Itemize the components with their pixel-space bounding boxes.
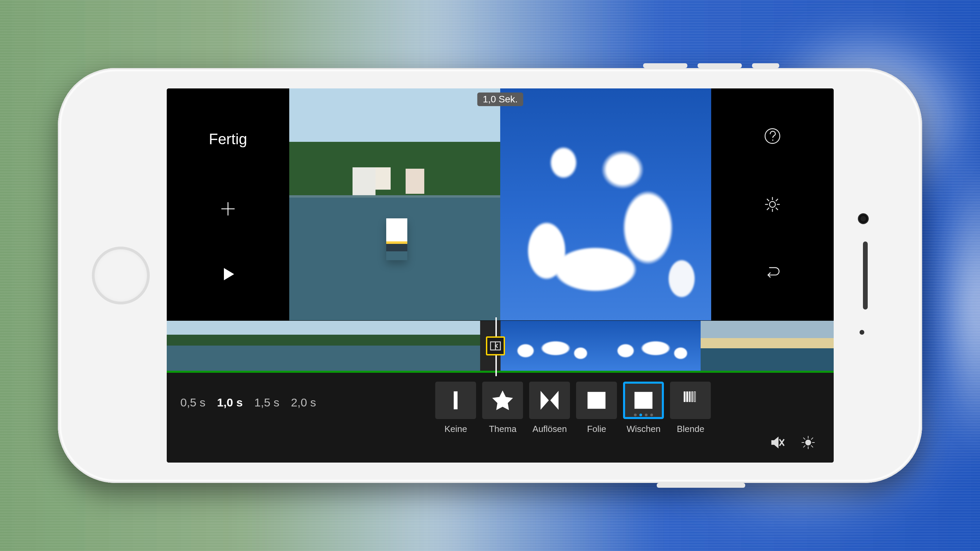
video-preview[interactable]: 1,0 Sek. xyxy=(289,89,711,321)
undo-icon xyxy=(764,264,781,282)
dissolve-icon xyxy=(539,389,560,411)
undo-button[interactable] xyxy=(762,263,783,283)
timeline-thumb[interactable] xyxy=(601,321,701,371)
timeline-thumb[interactable] xyxy=(167,321,274,371)
power-button xyxy=(657,483,745,488)
clip-tools xyxy=(769,434,817,451)
duration-option[interactable]: 0,5 s xyxy=(180,396,205,409)
transition-marker[interactable] xyxy=(486,337,505,356)
front-camera xyxy=(859,214,868,223)
timeline-thumb[interactable] xyxy=(380,321,480,371)
none-icon xyxy=(445,389,466,411)
page-dots xyxy=(634,414,653,416)
svg-point-1 xyxy=(772,140,773,141)
transition-label: Blende xyxy=(677,424,705,434)
timeline-thumb[interactable] xyxy=(701,321,834,371)
home-button xyxy=(92,246,150,305)
transition-controls: 0,5 s 1,0 s 1,5 s 2,0 s Keine Thema Aufl… xyxy=(167,373,834,462)
left-toolbar: Fertig xyxy=(167,89,289,321)
duration-option[interactable]: 1,5 s xyxy=(254,396,279,409)
duration-option-selected[interactable]: 1,0 s xyxy=(217,396,243,409)
play-button[interactable] xyxy=(218,264,238,284)
mute-icon xyxy=(770,435,785,450)
svg-rect-10 xyxy=(692,392,693,402)
duration-options: 0,5 s 1,0 s 1,5 s 2,0 s xyxy=(180,396,316,409)
transition-label: Thema xyxy=(489,424,517,434)
duration-option[interactable]: 2,0 s xyxy=(291,396,316,409)
transition-label: Keine xyxy=(444,424,467,434)
volume-up-button xyxy=(643,63,687,68)
preview-clip-b xyxy=(500,89,711,321)
volume-down-button xyxy=(698,63,742,68)
plus-icon xyxy=(219,200,237,218)
transition-duration-pill: 1,0 Sek. xyxy=(477,92,523,106)
svg-rect-11 xyxy=(694,392,695,402)
help-icon xyxy=(764,127,781,145)
transition-theme[interactable]: Thema xyxy=(482,382,523,434)
transition-marker-icon xyxy=(490,340,501,352)
svg-rect-9 xyxy=(689,392,690,402)
wipe-icon xyxy=(633,389,654,411)
mute-switch xyxy=(752,63,779,68)
right-toolbar xyxy=(711,89,834,321)
preview-area: Fertig 1,0 Sek. xyxy=(167,89,834,321)
transition-label: Wischen xyxy=(627,424,661,434)
svg-rect-4 xyxy=(454,392,458,409)
svg-point-2 xyxy=(769,202,775,207)
gear-icon xyxy=(764,195,781,213)
earpiece xyxy=(863,241,868,310)
app-screen: Fertig 1,0 Sek. xyxy=(167,89,834,462)
transition-slide[interactable]: Folie xyxy=(576,382,617,434)
slide-icon xyxy=(585,389,608,411)
transition-label: Auflösen xyxy=(533,424,567,434)
transition-wipe[interactable]: Wischen xyxy=(623,382,664,434)
svg-rect-8 xyxy=(687,392,688,402)
done-button[interactable]: Fertig xyxy=(207,124,249,154)
svg-rect-7 xyxy=(684,392,685,402)
star-icon xyxy=(492,389,514,411)
svg-rect-5 xyxy=(588,393,605,408)
project-settings-button[interactable] xyxy=(762,194,783,214)
add-media-button[interactable] xyxy=(218,198,238,219)
preview-clip-a xyxy=(289,89,500,321)
timeline-thumb[interactable] xyxy=(501,321,601,371)
transition-none[interactable]: Keine xyxy=(435,382,476,434)
mute-button[interactable] xyxy=(769,434,786,451)
transition-fade[interactable]: Blende xyxy=(670,382,711,434)
transition-types: Keine Thema Auflösen Folie xyxy=(435,382,711,434)
help-button[interactable] xyxy=(762,126,783,146)
transition-label: Folie xyxy=(587,424,606,434)
timeline[interactable] xyxy=(167,321,834,373)
phone-frame: Fertig 1,0 Sek. xyxy=(58,68,922,483)
fade-icon xyxy=(679,389,701,411)
play-icon xyxy=(220,266,236,282)
gear-icon xyxy=(800,435,816,450)
clip-settings-button[interactable] xyxy=(800,434,817,451)
transition-dissolve[interactable]: Auflösen xyxy=(529,382,570,434)
svg-point-12 xyxy=(805,440,811,445)
proximity-sensor xyxy=(859,330,864,335)
timeline-thumb[interactable] xyxy=(274,321,380,371)
